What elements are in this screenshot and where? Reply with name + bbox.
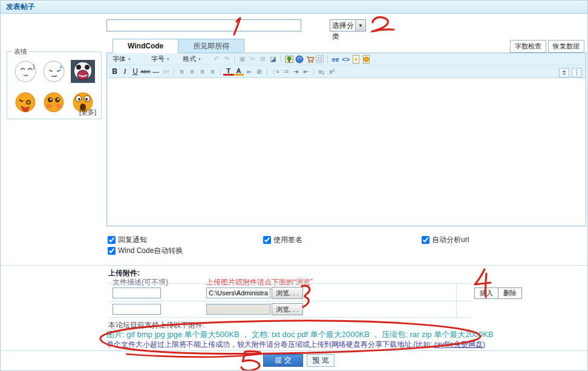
emoticon-orange-blush[interactable] (41, 90, 67, 117)
paste-icon[interactable]: ⊞ (258, 54, 268, 64)
unordered-list-icon[interactable]: ∷≡ (280, 67, 290, 76)
cut-icon[interactable]: ✂ (247, 54, 258, 64)
underline-icon[interactable]: U (130, 67, 140, 76)
upload-notice-limit: 单个文件大小超过上限将不能上传成功，较大附件请分卷压缩或上传到网络硬盘再分享下载… (106, 340, 485, 350)
annotation-digit-5 (241, 351, 260, 370)
italic-icon[interactable]: I (120, 67, 130, 76)
emoticon-more-link[interactable]: [更多] (79, 108, 96, 117)
toolbar-corner-buttons: ± ⋮ (559, 68, 582, 77)
editor-tabs: WindCode 所见即所得 (113, 39, 244, 53)
upload-hint-text: 上传图片或附件请点下面的“浏览” (206, 277, 313, 287)
post-title-input[interactable] (106, 19, 301, 31)
chevron-down-icon: ▾ (198, 57, 201, 62)
align-justify-icon[interactable]: ≡ (207, 67, 218, 76)
word-count-button[interactable]: 字数检查 (510, 40, 546, 53)
align-right-icon[interactable]: ≡ (197, 67, 207, 76)
text-color-icon[interactable]: T (223, 67, 234, 76)
insert-link-icon[interactable]: ∞ (244, 67, 254, 76)
code-tool-icon[interactable]: <> (341, 54, 351, 64)
background-color-icon[interactable]: A (234, 67, 244, 76)
preview-button[interactable]: 预 览 (307, 354, 335, 367)
horizontal-rule-icon[interactable]: — (151, 67, 161, 76)
remove-link-icon[interactable]: ⊘ (254, 67, 264, 76)
annotation-squiggle (126, 354, 261, 357)
editor-top-actions: 字数检查 恢复数据 (510, 40, 584, 53)
indent-icon[interactable]: ⇥ (290, 67, 301, 76)
attachment-1-browse-button[interactable]: 浏览. . . (272, 287, 303, 299)
post-editor-page: 发表帖子 选择分类 ▼ WindCode 所见即所得 字数检查 恢复数据 表情 (0, 0, 588, 371)
toolbar-separator (234, 55, 235, 63)
annotation-digit-2 (372, 17, 394, 31)
auto-parse-url-checkbox[interactable] (422, 236, 430, 244)
shopping-cart-icon[interactable] (304, 54, 315, 64)
flash-doc-icon[interactable] (351, 54, 361, 64)
restore-data-button[interactable]: 恢复数据 (548, 40, 584, 53)
use-signature-label: 使用签名 (273, 235, 302, 245)
upload-notice-formats: 图片: gif bmp jpg jpge 单个最大500KB ， 文档: txt… (106, 329, 493, 340)
tab-windcode[interactable]: WindCode (113, 39, 178, 53)
toolbar-separator (220, 68, 221, 76)
rayfile-link[interactable]: rayfile免费网盘 (434, 340, 483, 349)
insert-media-icon[interactable] (294, 54, 304, 64)
emoticon-orange-wink[interactable] (13, 90, 38, 117)
auto-parse-url-label: 自动分析url (432, 235, 469, 245)
eraser-icon[interactable]: ◪ (268, 54, 278, 64)
align-left-icon[interactable]: ≡ (177, 67, 187, 76)
align-center-icon[interactable]: ≡ (187, 67, 197, 76)
font-size-dropdown[interactable]: 字号▾ (148, 54, 180, 64)
tab-wysiwyg[interactable]: 所见即所得 (178, 39, 244, 53)
use-signature-checkbox[interactable] (263, 236, 271, 244)
editor-content-area[interactable] (107, 79, 586, 226)
reply-notify-checkbox[interactable] (108, 236, 116, 244)
ordered-list-icon[interactable]: ⋮≡ (270, 67, 280, 76)
emoticon-white-sweat[interactable] (40, 57, 68, 87)
format-dropdown[interactable]: 格式▾ (180, 54, 211, 64)
windcode-convert-checkbox[interactable] (108, 247, 116, 255)
attachment-2-browse-button[interactable]: 浏览. . . (272, 303, 303, 315)
superscript-icon[interactable]: x² (327, 67, 337, 76)
emoticon-panel-legend: 表情 (12, 47, 29, 56)
insert-image-icon[interactable] (284, 54, 294, 64)
outdent-icon[interactable]: ⇤ (301, 67, 311, 76)
emoticon-white-shy[interactable] (11, 57, 39, 87)
toolbar-separator (313, 68, 314, 76)
chevron-down-icon[interactable]: ▼ (355, 20, 365, 31)
option-windcode-convert: Wind Code自动转换 (108, 246, 183, 256)
strikethrough-icon[interactable]: ABC (140, 67, 151, 76)
line-break-icon[interactable]: BR (161, 67, 171, 76)
toolbar-more-button[interactable]: ⋮ (572, 68, 582, 77)
section-divider (1, 265, 587, 266)
toolbar-separator (267, 68, 267, 76)
attachment-2-file-input[interactable] (206, 304, 270, 315)
footer-divider (1, 350, 587, 351)
attachment-1-file-input[interactable] (206, 287, 270, 298)
attachment-1-description-input[interactable] (113, 287, 161, 298)
font-family-dropdown[interactable]: 字体▾ (109, 54, 148, 64)
page-title: 发表帖子 (1, 1, 587, 14)
category-select[interactable]: 选择分类 ▼ (330, 19, 366, 31)
paid-doc-icon[interactable] (361, 54, 371, 64)
copy-icon[interactable]: ▣ (237, 54, 247, 64)
toolbar-expand-button[interactable]: ± (559, 68, 569, 77)
chevron-down-icon: ▾ (167, 57, 169, 62)
toolbar-row-1: 字体▾ 字号▾ 格式▾ ↶ ↷ ▣ ✂ ⊞ ◪ ee (107, 53, 586, 65)
toolbar-separator (327, 55, 328, 63)
submit-button[interactable]: 提 交 (263, 354, 303, 367)
redo-icon[interactable]: ↷ (221, 54, 232, 64)
attachment-row-divider (108, 301, 471, 301)
option-use-signature: 使用签名 (263, 235, 302, 245)
insert-attachment-button[interactable]: 插入 (474, 287, 498, 299)
category-select-value: 选择分类 (330, 20, 355, 31)
delete-attachment-button[interactable]: 删除 (498, 287, 522, 299)
attachment-row-divider (108, 283, 471, 284)
attachment-column-divider (456, 283, 457, 317)
attachment-2-description-input[interactable] (113, 304, 161, 315)
emoticon-tool-icon[interactable]: ee (330, 54, 341, 64)
bold-icon[interactable]: B (109, 67, 120, 76)
emoticon-panda-scream[interactable] (69, 57, 97, 87)
subscript-icon[interactable]: x₂ (316, 67, 327, 76)
undo-icon[interactable]: ↶ (211, 54, 221, 64)
insert-table-icon[interactable] (315, 54, 325, 64)
option-auto-parse-url: 自动分析url (422, 235, 469, 245)
emoticon-panel: 表情 (7, 51, 102, 119)
